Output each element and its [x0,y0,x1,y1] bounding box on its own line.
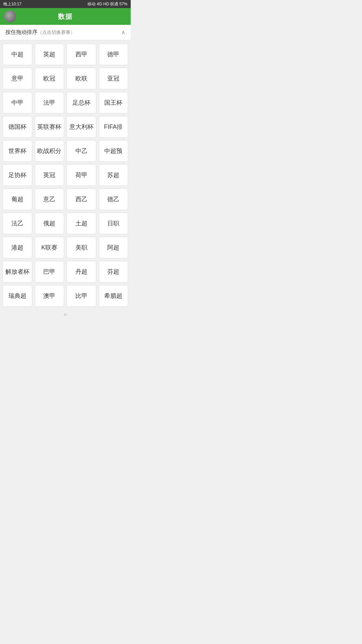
competition-item[interactable]: 英冠 [35,164,64,186]
sort-bar-sub-text: （点击切换赛事） [38,30,75,35]
competition-item[interactable]: 瑞典超 [3,285,32,307]
competition-item[interactable]: 足总杯 [67,92,96,113]
competition-item[interactable]: FIFA排 [99,116,128,138]
competition-item[interactable]: 中超预 [99,140,128,162]
competition-item[interactable]: 俄超 [35,213,64,234]
competition-item[interactable]: 德乙 [99,189,128,210]
sort-bar[interactable]: 按住拖动排序（点击切换赛事） ∧ [0,25,131,40]
competition-item[interactable]: 德国杯 [3,116,32,138]
competition-item[interactable]: 解放者杯 [3,261,32,282]
sort-bar-main-text: 按住拖动排序 [5,29,38,35]
competition-item[interactable]: 苏超 [99,164,128,186]
competition-item[interactable]: 足协杯 [3,164,32,186]
competition-grid: 中超英超西甲德甲意甲欧冠欧联亚冠中甲法甲足总杯国王杯德国杯英联赛杯意大利杯FIF… [0,40,131,310]
competition-item[interactable]: 阿超 [99,237,128,258]
competition-item[interactable]: 荷甲 [67,164,96,186]
competition-item[interactable]: 巴甲 [35,261,64,282]
competition-item[interactable]: 欧战积分 [35,140,64,162]
competition-item[interactable]: 意甲 [3,68,32,89]
competition-item[interactable]: K联赛 [35,237,64,258]
competition-item[interactable]: 葡超 [3,189,32,210]
competition-item[interactable]: 意大利杯 [67,116,96,138]
competition-item[interactable]: 亚冠 [99,68,128,89]
competition-item[interactable]: 中超 [3,44,32,65]
competition-item[interactable]: 世界杯 [3,140,32,162]
competition-item[interactable]: 日职 [99,213,128,234]
competition-item[interactable]: 芬超 [99,261,128,282]
watermark: Ai [0,310,131,319]
sort-bar-label: 按住拖动排序（点击切换赛事） [5,29,75,36]
page-title: 数据 [16,12,115,21]
competition-item[interactable]: 美职 [67,237,96,258]
status-bar: 晚上10:17 移动 4G HD 联通 57% [0,0,131,8]
competition-item[interactable]: 法甲 [35,92,64,113]
competition-item[interactable]: 丹超 [67,261,96,282]
competition-item[interactable]: 中乙 [67,140,96,162]
avatar[interactable] [4,10,16,22]
status-right-info: 移动 4G HD 联通 57% [87,1,127,7]
competition-item[interactable]: 西甲 [67,44,96,65]
competition-item[interactable]: 意乙 [35,189,64,210]
competition-item[interactable]: 英联赛杯 [35,116,64,138]
competition-item[interactable]: 希腊超 [99,285,128,307]
collapse-icon[interactable]: ∧ [121,29,125,36]
competition-item[interactable]: 西乙 [67,189,96,210]
competition-item[interactable]: 港超 [3,237,32,258]
competition-item[interactable]: 英超 [35,44,64,65]
competition-item[interactable]: 欧冠 [35,68,64,89]
competition-item[interactable]: 国王杯 [99,92,128,113]
app-header: 数据 [0,8,131,25]
competition-item[interactable]: 土超 [67,213,96,234]
competition-item[interactable]: 比甲 [67,285,96,307]
competition-item[interactable]: 中甲 [3,92,32,113]
status-time: 晚上10:17 [3,1,21,7]
competition-item[interactable]: 法乙 [3,213,32,234]
competition-item[interactable]: 德甲 [99,44,128,65]
competition-item[interactable]: 欧联 [67,68,96,89]
competition-item[interactable]: 澳甲 [35,285,64,307]
